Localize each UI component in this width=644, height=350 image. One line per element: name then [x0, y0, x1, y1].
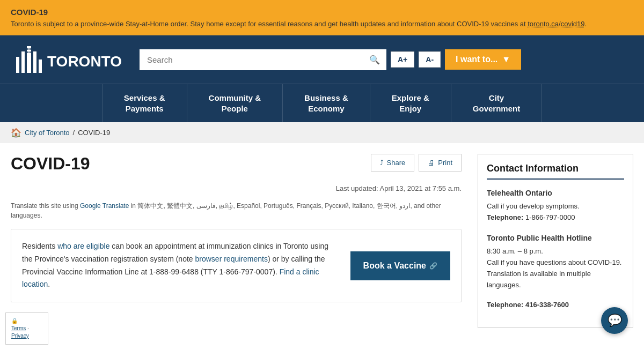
- vaccine-text-before: Residents: [22, 242, 57, 250]
- print-button[interactable]: 🖨 Print: [419, 154, 462, 172]
- toronto-health-desc: Call if you have questions about COVID-1…: [487, 257, 624, 291]
- nav-city[interactable]: CityGovernment: [451, 84, 542, 122]
- page-actions: ⤴ Share 🖨 Print: [371, 154, 462, 172]
- telehealth-phone: Telephone: 1-866-797-0000: [487, 212, 624, 224]
- main-nav: Services &Payments Community &People Bus…: [0, 84, 644, 122]
- alert-banner: COVID-19 Toronto is subject to a provinc…: [0, 0, 644, 35]
- vaccine-inner: Residents who are eligible can book an a…: [22, 240, 450, 291]
- share-icon: ⤴: [380, 159, 384, 167]
- vaccine-text-end: .: [48, 280, 50, 288]
- google-translate-link[interactable]: Google Translate: [80, 202, 129, 210]
- last-updated: Last updated: April 13, 2021 at 7:55 a.m…: [11, 184, 462, 192]
- search-input[interactable]: [140, 50, 363, 70]
- cookie-notice: 🔒 Terms · Privacy: [5, 312, 48, 328]
- contact-toronto-phone: Telephone: 416-338-7600: [487, 300, 624, 311]
- external-link-icon: 🔗: [429, 262, 437, 270]
- browser-requirements-link[interactable]: browser requirements: [195, 255, 268, 263]
- header: TORONTO 🔍 A+ A- I want to... ▼: [0, 35, 644, 84]
- nav-community[interactable]: Community &People: [187, 84, 283, 122]
- chat-icon: 💬: [608, 314, 622, 327]
- logo-area: TORONTO: [11, 41, 129, 78]
- cookie-lock-icon: 🔒: [11, 317, 42, 325]
- telehealth-line1: Call if you develop symptoms.: [487, 201, 624, 212]
- breadcrumb-current: COVID-19: [78, 129, 110, 137]
- telehealth-title: Telehealth Ontario: [487, 187, 624, 199]
- toronto-logo[interactable]: TORONTO: [11, 41, 129, 78]
- svg-rect-5: [27, 48, 28, 50]
- svg-rect-0: [16, 57, 19, 73]
- header-right: 🔍 A+ A- I want to... ▼: [140, 49, 633, 70]
- breadcrumb-separator: /: [73, 129, 75, 137]
- alert-title: COVID-19: [11, 8, 48, 17]
- book-vaccine-button[interactable]: Book a Vaccine 🔗: [350, 251, 450, 280]
- right-column: Contact Information Telehealth Ontario C…: [478, 154, 633, 328]
- main-content: COVID-19 ⤴ Share 🖨 Print Last updated: A…: [0, 143, 644, 328]
- svg-rect-4: [39, 59, 42, 73]
- nav-explore[interactable]: Explore &Enjoy: [370, 84, 451, 122]
- font-decrease-button[interactable]: A-: [419, 51, 441, 68]
- toronto-health-title: Toronto Public Health Hotline: [487, 232, 624, 244]
- i-want-label: I want to...: [456, 55, 497, 64]
- search-row: 🔍 A+ A- I want to... ▼: [140, 49, 633, 70]
- svg-rect-8: [30, 51, 31, 53]
- breadcrumb: 🏠 City of Toronto / COVID-19: [0, 122, 644, 143]
- nav-business[interactable]: Business &Economy: [283, 84, 370, 122]
- svg-rect-2: [27, 46, 31, 73]
- svg-rect-1: [21, 51, 25, 73]
- chevron-down-icon: ▼: [502, 55, 510, 64]
- nav-services[interactable]: Services &Payments: [102, 84, 187, 122]
- svg-rect-7: [27, 51, 28, 53]
- share-button[interactable]: ⤴ Share: [371, 154, 415, 172]
- i-want-button[interactable]: I want to... ▼: [445, 49, 521, 70]
- eligible-link[interactable]: who are eligible: [57, 242, 109, 250]
- cookie-terms-link[interactable]: Terms: [11, 325, 26, 328]
- contact-telehealth: Telehealth Ontario Call if you develop s…: [487, 187, 624, 224]
- contact-box: Contact Information Telehealth Ontario C…: [478, 154, 633, 328]
- toronto-phone: Telephone: 416-338-7600: [487, 301, 569, 309]
- font-increase-button[interactable]: A+: [391, 51, 414, 68]
- search-icon: 🔍: [369, 55, 380, 64]
- contact-toronto-health: Toronto Public Health Hotline 8:30 a.m. …: [487, 232, 624, 291]
- svg-rect-6: [30, 48, 31, 50]
- translate-prefix: Translate this site using: [11, 202, 78, 210]
- translate-line: Translate this site using Google Transla…: [11, 201, 462, 220]
- vaccine-box: Residents who are eligible can book an a…: [11, 229, 462, 302]
- vaccine-text: Residents who are eligible can book an a…: [22, 240, 340, 291]
- alert-text: Toronto is subject to a province-wide St…: [11, 20, 528, 28]
- contact-title: Contact Information: [487, 163, 624, 180]
- search-box: 🔍: [140, 49, 386, 70]
- print-icon: 🖨: [428, 159, 435, 167]
- page-title: COVID-19: [11, 154, 90, 174]
- toronto-health-hours: 8:30 a.m. – 8 p.m.: [487, 246, 624, 257]
- search-button[interactable]: 🔍: [363, 49, 386, 70]
- left-column: COVID-19 ⤴ Share 🖨 Print Last updated: A…: [11, 154, 462, 328]
- breadcrumb-home-link[interactable]: City of Toronto: [25, 129, 70, 137]
- alert-link[interactable]: toronto.ca/covid19: [528, 20, 584, 28]
- book-btn-label: Book a Vaccine: [363, 261, 426, 271]
- svg-rect-3: [33, 51, 36, 73]
- home-icon: 🏠: [11, 128, 21, 138]
- svg-text:TORONTO: TORONTO: [47, 53, 122, 70]
